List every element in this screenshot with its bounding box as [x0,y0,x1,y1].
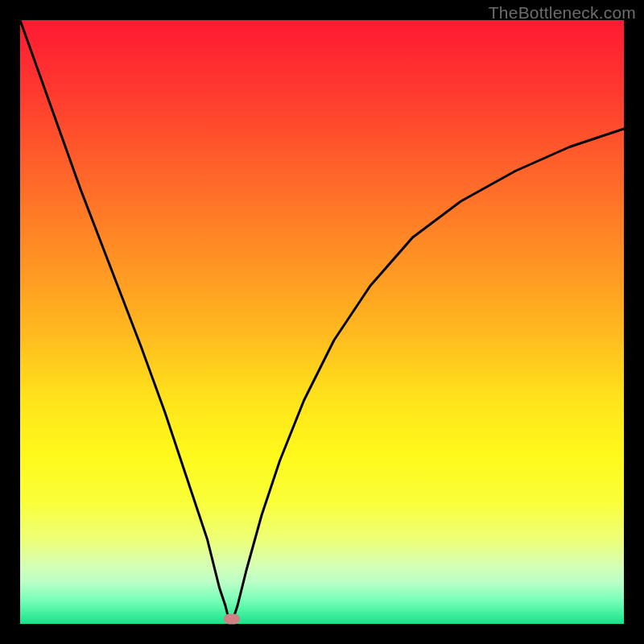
watermark-text: TheBottleneck.com [489,3,636,23]
chart-frame: TheBottleneck.com [0,0,644,644]
chart-curve-line [20,20,624,624]
chart-plot-area [20,20,624,624]
chart-minimum-marker [224,614,240,625]
chart-curve-svg [20,20,624,624]
